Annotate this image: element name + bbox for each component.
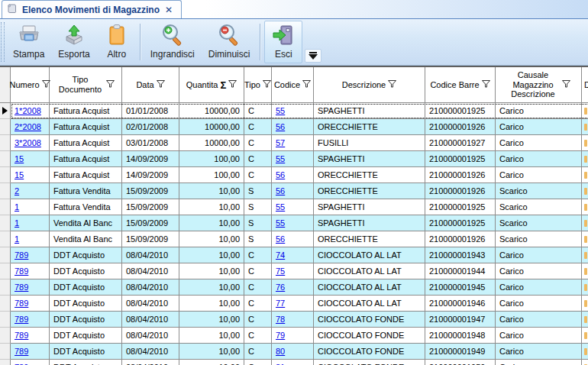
column-header-tipo[interactable]: Tipo xyxy=(244,67,272,102)
numero-link[interactable]: 789 xyxy=(15,331,28,340)
row-selector[interactable] xyxy=(0,183,11,199)
column-header-partial[interactable]: D xyxy=(582,67,588,102)
column-header-codice_barre[interactable]: Codice Barre xyxy=(425,67,496,102)
filter-funnel-icon[interactable] xyxy=(482,80,490,89)
numero-link[interactable]: 1 xyxy=(15,234,19,244)
filter-funnel-icon[interactable] xyxy=(388,80,396,89)
numero-link[interactable]: 2 xyxy=(15,186,19,195)
row-selector[interactable] xyxy=(0,167,11,183)
row-selector[interactable] xyxy=(0,103,11,119)
table-row[interactable]: 789 DDT Acquisto 08/04/2010 10,00 C 77 C… xyxy=(0,296,588,312)
column-header-codice[interactable]: Codice xyxy=(272,67,314,102)
numero-link[interactable]: 1 xyxy=(15,218,19,228)
codice-link[interactable]: 78 xyxy=(276,315,285,324)
codice-link[interactable]: 79 xyxy=(276,331,285,340)
sum-sigma-icon[interactable]: Σ xyxy=(220,79,226,91)
column-header-quantita[interactable]: Quantita Σ xyxy=(179,67,244,102)
codice-link[interactable]: 57 xyxy=(276,138,285,147)
table-row[interactable]: 789 DDT Acquisto 08/04/2010 10,00 C 74 C… xyxy=(0,247,588,263)
codice-link[interactable]: 55 xyxy=(276,154,285,163)
table-row[interactable]: 15 Fattura Acquist 14/09/2009 100,00 C 5… xyxy=(0,151,588,167)
column-header-numero[interactable]: Numero xyxy=(11,67,50,102)
filter-funnel-icon[interactable] xyxy=(562,80,570,89)
numero-link[interactable]: 789 xyxy=(15,299,28,308)
table-row[interactable]: 2 Fattura Vendita 15/09/2009 10,00 S 56 … xyxy=(0,183,588,199)
table-row[interactable]: 1 Vendita Al Banc 15/09/2009 10,00 S 55 … xyxy=(0,215,588,231)
filter-funnel-icon[interactable] xyxy=(228,80,237,89)
row-selector[interactable] xyxy=(0,247,11,263)
column-header-causale[interactable]: Causale Magazzino Descrizione xyxy=(496,67,582,102)
row-selector[interactable] xyxy=(0,119,11,135)
column-header-descrizione[interactable]: Descrizione xyxy=(314,67,425,102)
numero-link[interactable]: 1*2008 xyxy=(15,106,41,115)
row-selector[interactable] xyxy=(0,231,11,247)
numero-link[interactable]: 789 xyxy=(15,266,28,276)
numero-link[interactable]: 2*2008 xyxy=(15,122,41,131)
numero-link[interactable]: 15 xyxy=(15,170,24,179)
codice-link[interactable]: 55 xyxy=(276,218,285,228)
row-selector[interactable] xyxy=(0,199,11,215)
row-selector[interactable] xyxy=(0,360,11,365)
table-row[interactable]: 1*2008 Fattura Acquist 01/01/2008 10000,… xyxy=(0,103,588,119)
column-header-label: Tipo xyxy=(244,80,260,90)
numero-link[interactable]: 789 xyxy=(15,250,28,260)
codice-link[interactable]: 56 xyxy=(276,170,285,179)
cell-codice: 79 xyxy=(272,328,314,344)
tab-close-icon[interactable]: ✕ xyxy=(164,5,173,15)
esci-button[interactable]: Esci xyxy=(264,21,302,63)
numero-link[interactable]: 789 xyxy=(15,315,28,324)
ingrandisci-label: Ingrandisci xyxy=(150,49,195,60)
row-selector[interactable] xyxy=(0,312,11,328)
table-row[interactable]: 789 DDT Acquisto 08/04/2010 10,00 C 79 C… xyxy=(0,328,588,344)
table-row[interactable]: 1 Vendita Al Banc 15/09/2009 10,00 S 56 … xyxy=(0,231,588,247)
row-selector[interactable] xyxy=(0,215,11,231)
table-row[interactable]: 789 DDT Acquisto 08/04/2010 10,00 C 75 C… xyxy=(0,263,588,279)
row-selector[interactable] xyxy=(0,135,11,151)
table-row[interactable]: 789 DDT Acquisto 08/04/2010 10,00 C 78 C… xyxy=(0,312,588,328)
codice-link[interactable]: 74 xyxy=(276,250,285,260)
codice-link[interactable]: 56 xyxy=(276,234,285,244)
numero-link[interactable]: 789 xyxy=(15,283,28,292)
table-row[interactable]: 789 DDT Acquisto 08/04/2010 10,00 C 76 C… xyxy=(0,279,588,296)
column-header-data[interactable]: Data xyxy=(122,67,179,102)
table-row[interactable]: 3*2008 Fattura Acquist 03/01/2008 10000,… xyxy=(0,135,588,151)
numero-link[interactable]: 3*2008 xyxy=(15,138,41,147)
numero-link[interactable]: 1 xyxy=(15,202,19,212)
row-selector[interactable] xyxy=(0,263,11,279)
codice-link[interactable]: 76 xyxy=(276,283,285,292)
column-header-tipo_documento[interactable]: Tipo Documento xyxy=(50,67,122,102)
ingrandisci-button[interactable]: Ingrandisci xyxy=(144,21,201,63)
table-row[interactable]: 789 DDT Acquisto 08/04/2010 10,00 C 80 C… xyxy=(0,344,588,360)
filter-funnel-icon[interactable] xyxy=(106,80,115,89)
row-selector[interactable] xyxy=(0,151,11,167)
table-row[interactable]: 1 Fattura Vendita 15/09/2009 10,00 S 55 … xyxy=(0,199,588,215)
codice-link[interactable]: 56 xyxy=(276,186,285,195)
diminuisci-button[interactable]: Diminuisci xyxy=(202,21,257,63)
cell-tipo-documento: Fattura Acquist xyxy=(50,167,122,183)
codice-link[interactable]: 55 xyxy=(276,202,285,212)
toolbar-grip-handle[interactable] xyxy=(1,22,5,62)
codice-link[interactable]: 75 xyxy=(276,266,285,276)
esporta-button[interactable]: Esporta xyxy=(52,21,95,63)
codice-link[interactable]: 77 xyxy=(276,299,285,308)
stampa-button[interactable]: Stampa xyxy=(7,21,50,63)
codice-link[interactable]: 55 xyxy=(276,106,285,115)
tab-elenco-movimenti[interactable]: Elenco Movimenti di Magazzino ✕ xyxy=(2,0,182,18)
table-row[interactable]: 2*2008 Fattura Acquist 02/01/2008 10000,… xyxy=(0,119,588,135)
toolbar-overflow-button[interactable] xyxy=(305,49,321,63)
row-selector[interactable] xyxy=(0,296,11,312)
table-row[interactable]: 789 DDT Acquisto 08/04/2010 10,00 C 81 C… xyxy=(0,360,588,365)
filter-funnel-icon[interactable] xyxy=(42,80,50,89)
row-selector[interactable] xyxy=(0,328,11,344)
filter-funnel-icon[interactable] xyxy=(302,80,311,89)
altro-button[interactable]: Altro xyxy=(98,21,136,63)
filter-funnel-icon[interactable] xyxy=(263,80,271,89)
filter-funnel-icon[interactable] xyxy=(157,80,165,89)
row-selector[interactable] xyxy=(0,344,11,360)
codice-link[interactable]: 56 xyxy=(276,122,285,131)
row-selector[interactable] xyxy=(0,279,11,296)
numero-link[interactable]: 15 xyxy=(15,154,24,163)
codice-link[interactable]: 80 xyxy=(276,347,285,356)
table-row[interactable]: 15 Fattura Acquist 14/09/2009 100,00 C 5… xyxy=(0,167,588,183)
numero-link[interactable]: 789 xyxy=(15,347,28,356)
